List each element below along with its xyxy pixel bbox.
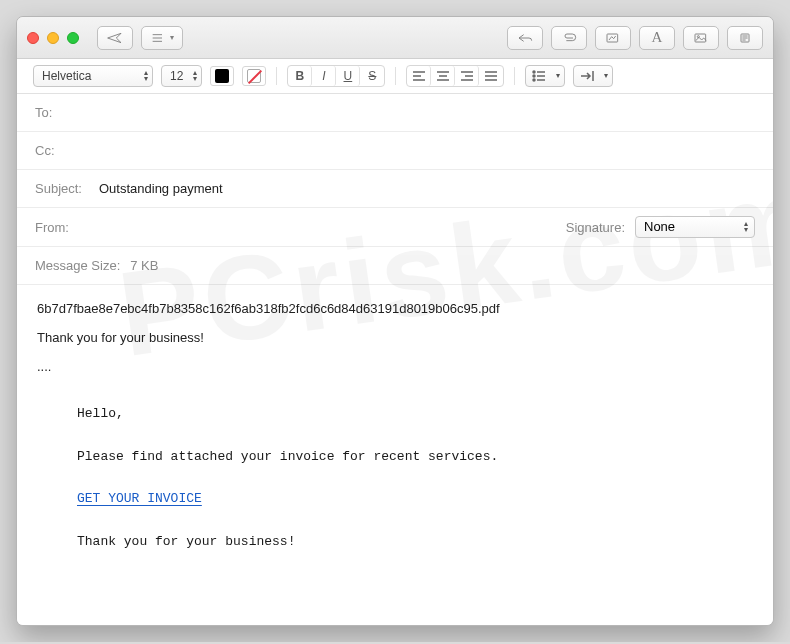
text-align-group [406,65,504,87]
list-style-select[interactable]: ▾ [525,65,565,87]
attach-button[interactable] [551,26,587,50]
format-bar: Helvetica ▴▾ 12 ▴▾ B I U S [17,59,773,94]
header-fields-button[interactable]: ▾ [141,26,183,50]
include-original-button[interactable] [595,26,631,50]
separator [395,67,396,85]
title-bar: ▾ A [17,17,773,59]
message-headers: To: Cc: Subject: Outstanding payment Fro… [17,94,773,285]
thanks-line: Thank you for your business! [77,530,753,555]
format-button[interactable]: A [639,26,675,50]
document-icon [737,31,753,45]
body-attachment-line: 6b7d7fbae8e7ebc4fb7b8358c162f6ab318fb2fc… [37,301,753,316]
svg-point-5 [533,75,535,77]
font-size-select[interactable]: 12 ▴▾ [161,65,202,87]
photo-browser-button[interactable] [683,26,719,50]
align-justify-icon [484,70,498,82]
strikethrough-icon: S [368,69,376,83]
align-center-button[interactable] [431,66,455,86]
show-stationery-button[interactable] [727,26,763,50]
paper-plane-icon [107,31,123,45]
chevron-down-icon: ▾ [556,73,560,79]
letter-a-icon: A [652,29,663,46]
italic-button[interactable]: I [312,66,336,86]
separator [514,67,515,85]
close-window-button[interactable] [27,32,39,44]
svg-point-4 [533,71,535,73]
list-icon [150,31,166,45]
signature-value: None [644,219,675,234]
message-size-label: Message Size: [35,258,120,273]
cc-row[interactable]: Cc: [17,132,773,170]
bold-button[interactable]: B [288,66,312,86]
align-justify-button[interactable] [479,66,503,86]
quoted-block: Hello, Please find attached your invoice… [77,402,753,555]
reply-arrow-icon [517,31,533,45]
underline-icon: U [344,69,353,83]
to-row[interactable]: To: [17,94,773,132]
cc-label: Cc: [35,143,89,158]
chevron-down-icon: ▾ [170,33,174,42]
align-right-button[interactable] [455,66,479,86]
signature-group: Signature: None ▴▾ [566,216,755,238]
updown-icon: ▴▾ [193,70,197,82]
bullet-list-icon [532,70,546,82]
message-size-row: Message Size: 7 KB [17,247,773,285]
font-family-select[interactable]: Helvetica ▴▾ [33,65,153,87]
align-right-icon [460,70,474,82]
window-controls [27,32,79,44]
svg-point-6 [533,79,535,81]
indent-icon [580,70,594,82]
send-button[interactable] [97,26,133,50]
updown-icon: ▴▾ [144,70,148,82]
picture-frame-icon [605,31,621,45]
subject-row[interactable]: Subject: Outstanding payment [17,170,773,208]
underline-button[interactable]: U [336,66,360,86]
hello-line: Hello, [77,402,753,427]
signature-select[interactable]: None ▴▾ [635,216,755,238]
message-size-value: 7 KB [130,258,158,273]
paperclip-icon [561,31,577,45]
color-swatch-icon [215,69,229,83]
text-color-button[interactable] [210,66,234,86]
minimize-window-button[interactable] [47,32,59,44]
subject-label: Subject: [35,181,89,196]
background-color-button[interactable] [242,66,266,86]
subject-value: Outstanding payment [99,181,223,196]
body-thanks-line: Thank you for your business! [37,330,753,345]
align-center-icon [436,70,450,82]
compose-window: PCrisk.com ▾ A [16,16,774,626]
chevron-down-icon: ▾ [604,73,608,79]
from-row: From: Signature: None ▴▾ [17,208,773,247]
separator [276,67,277,85]
font-family-value: Helvetica [42,69,91,83]
body-ellipsis: .... [37,359,753,374]
align-left-icon [412,70,426,82]
strikethrough-button[interactable]: S [360,66,384,86]
to-label: To: [35,105,89,120]
indent-select[interactable]: ▾ [573,65,613,87]
invoice-link[interactable]: GET YOUR INVOICE [77,491,202,506]
message-body[interactable]: 6b7d7fbae8e7ebc4fb7b8358c162f6ab318fb2fc… [17,285,773,625]
zoom-window-button[interactable] [67,32,79,44]
font-size-value: 12 [170,69,183,83]
bold-icon: B [296,69,305,83]
updown-icon: ▴▾ [744,221,748,233]
no-color-icon [247,69,261,83]
text-style-group: B I U S [287,65,385,87]
attach-line: Please find attached your invoice for re… [77,445,753,470]
align-left-button[interactable] [407,66,431,86]
signature-label: Signature: [566,220,625,235]
reply-button[interactable] [507,26,543,50]
image-icon [693,31,709,45]
italic-icon: I [322,69,325,83]
svg-rect-0 [607,34,618,42]
from-label: From: [35,220,89,235]
